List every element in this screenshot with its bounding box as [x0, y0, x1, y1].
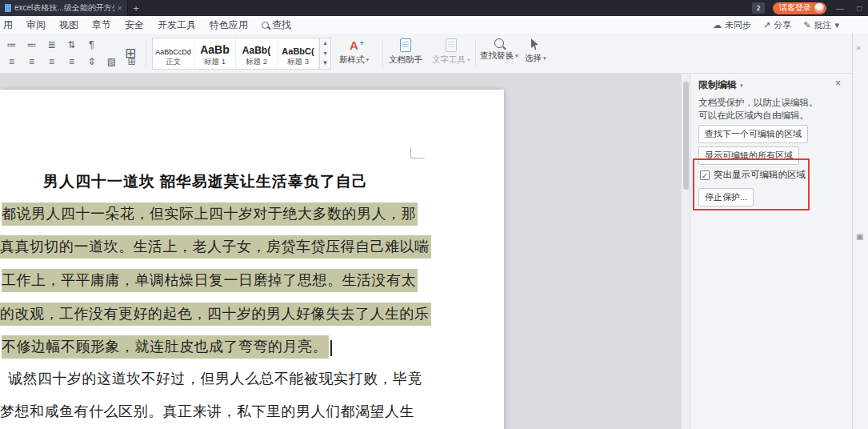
document-icon — [5, 4, 11, 12]
menubar-right: ☁ 未同步 ↗ 分享 ✎ 批注 ▾ — [713, 16, 839, 34]
share-icon: ↗ — [763, 20, 770, 30]
tab-close-icon[interactable]: × — [118, 3, 122, 13]
panel-description-line2: 可以在此区域内自由编辑。 — [698, 110, 809, 122]
align-center-icon[interactable]: ≡ — [25, 55, 38, 68]
document-line[interactable]: 不修边幅不顾形象，就连肚皮也成了弯弯的月亮。 — [2, 335, 332, 359]
new-style-label: 新样式 — [339, 54, 365, 66]
menu-tab-view[interactable]: 视图 — [59, 18, 78, 32]
restrict-editing-panel: 限制编辑 ▾ × 文档受保护，以防止误编辑。 可以在此区域内自由编辑。 查找下一… — [690, 74, 852, 429]
show-all-editable-regions-button[interactable]: 显示可编辑的所有区域 — [698, 146, 799, 165]
cloud-icon: ☁ — [713, 20, 722, 30]
style-preview: AaBbC( — [282, 40, 314, 56]
sort-icon[interactable]: ⇅ — [65, 38, 78, 51]
ribbon: ≔ ≕ ≣ ⇅ ¶ ≡ ≡ ≡ ≡ ⇕ ▨ ⊞ ⊞ AaBbCcDd 正文 Aa… — [0, 34, 868, 74]
find-replace-icon — [494, 38, 504, 48]
message-badge[interactable]: 2 — [752, 2, 765, 14]
collapse-panel-icon[interactable]: » — [856, 43, 861, 52]
style-gallery-controls: ▴ ▾ ▼ — [320, 38, 331, 70]
maximize-button[interactable]: □ — [854, 4, 865, 13]
document-line[interactable]: 的改观，工作没有更好的起色，四十岁的男人好像失去了人生的乐 — [0, 303, 431, 326]
gallery-down-icon[interactable]: ▾ — [320, 49, 330, 59]
line-spacing-icon[interactable]: ⇕ — [85, 55, 98, 68]
chevron-down-icon: ▾ — [740, 82, 743, 89]
menu-tab-special[interactable]: 特色应用 — [210, 18, 248, 32]
text-tool-label: 文字工具 — [432, 54, 466, 66]
menu-tab-yong[interactable]: 用 — [3, 18, 13, 32]
doc-assistant-label: 文档助手 — [389, 54, 422, 66]
menu-tab-security[interactable]: 安全 — [125, 18, 144, 32]
checkbox-label: 突出显示可编辑的区域 — [714, 169, 806, 181]
gallery-up-icon[interactable]: ▴ — [320, 38, 330, 49]
document-line[interactable]: 诚然四十岁的这道坎不好过，但男人么总不能被现实打败，毕竟 — [8, 369, 422, 388]
doc-assistant-icon — [400, 38, 411, 52]
panel-close-icon[interactable]: × — [835, 78, 841, 89]
bullet-list-icon[interactable]: ≔ — [5, 38, 18, 51]
share-button[interactable]: ↗ 分享 — [763, 19, 791, 31]
align-left-icon[interactable]: ≡ — [5, 55, 18, 68]
document-title[interactable]: 男人四十一道坎 韶华易逝莫让生活辜负了自己 — [43, 171, 368, 192]
paragraph-layout-icon[interactable]: ⊞ — [125, 45, 136, 62]
style-preview: AaBb — [200, 40, 230, 56]
menu-tab-section[interactable]: 章节 — [92, 18, 111, 32]
comment-label: 批注 — [814, 19, 831, 31]
paragraph-mark-icon[interactable]: ¶ — [85, 38, 98, 51]
new-style-icon: A+ — [350, 38, 358, 52]
right-sidebar-rail: » ▣ — [852, 34, 868, 429]
find-next-editable-region-button[interactable]: 查找下一个可编辑的区域 — [698, 125, 808, 143]
panel-title: 限制编辑 ▾ — [698, 78, 743, 92]
menu-tab-devtools[interactable]: 开发工具 — [158, 18, 196, 32]
shading-icon[interactable]: ▨ — [105, 55, 118, 68]
style-normal[interactable]: AaBbCcDd 正文 — [153, 38, 194, 69]
style-heading2[interactable]: AaBb( 标题 2 — [236, 38, 278, 69]
select-label: 选择 — [525, 53, 542, 64]
document-line[interactable]: 工作上，平平庸庸，单调枯燥日复一日磨掉了思想。生活没有太 — [2, 269, 418, 292]
align-right-icon[interactable]: ≡ — [45, 55, 58, 68]
find-replace-label: 查找替换 — [480, 50, 514, 62]
text-cursor — [330, 340, 332, 356]
highlight-editable-regions-checkbox[interactable]: ✓ 突出显示可编辑的区域 — [700, 169, 806, 181]
comment-button[interactable]: ✎ 批注 ▾ — [803, 19, 839, 31]
new-style-button[interactable]: A+ 新样式▾ — [339, 38, 369, 66]
numbered-list-icon[interactable]: ≕ — [25, 38, 38, 51]
search-label: 查找 — [272, 18, 291, 32]
margin-corner-mark — [410, 147, 425, 158]
style-name: 标题 3 — [287, 57, 309, 67]
new-tab-button[interactable]: + — [128, 2, 144, 14]
select-button[interactable]: 选择▾ — [525, 38, 546, 64]
chevron-down-icon: ▾ — [366, 57, 370, 63]
find-replace-button[interactable]: 查找替换▾ — [480, 38, 518, 62]
document-tab[interactable]: excel表格技...级全能的开方公式 × — [0, 0, 128, 16]
sidebar-widget-icon[interactable]: ▣ — [856, 232, 863, 241]
style-gallery: AaBbCcDd 正文 AaBb 标题 1 AaBb( 标题 2 AaBbC( … — [152, 38, 320, 70]
titlebar: excel表格技...级全能的开方公式 × + 2 话客登录 — □ — [0, 0, 868, 16]
avatar — [814, 3, 824, 13]
style-name: 正文 — [166, 57, 181, 67]
doc-assistant-button[interactable]: 文档助手 — [389, 38, 422, 66]
justify-icon[interactable]: ≡ — [65, 55, 78, 68]
sync-status[interactable]: ☁ 未同步 — [713, 19, 751, 31]
document-tab-title: excel表格技...级全能的开方公式 — [14, 2, 114, 14]
minimize-button[interactable]: — — [834, 4, 846, 13]
panel-description-line1: 文档受保护，以防止误编辑。 — [698, 97, 818, 109]
menubar: 用 审阅 视图 章节 安全 开发工具 特色应用 查找 ☁ 未同步 ↗ 分享 ✎ … — [0, 16, 868, 34]
titlebar-right: 2 话客登录 — □ — [752, 2, 868, 14]
gallery-more-icon[interactable]: ▼ — [320, 58, 330, 69]
sync-label: 未同步 — [725, 19, 751, 31]
scrollbar-thumb[interactable] — [683, 82, 689, 190]
document-page[interactable]: 男人四十一道坎 韶华易逝莫让生活辜负了自己 都说男人四十一朵花，但实际上四十岁对… — [0, 90, 504, 429]
style-heading1[interactable]: AaBb 标题 1 — [194, 38, 236, 69]
menu-tab-review[interactable]: 审阅 — [26, 18, 46, 32]
checkbox-checked[interactable]: ✓ — [700, 170, 710, 180]
login-label: 话客登录 — [779, 2, 811, 14]
multilevel-list-icon[interactable]: ≣ — [45, 38, 58, 51]
document-line[interactable]: 真真切切的一道坎。生活上，老人子女，房贷车贷压得自己难以喘 — [0, 235, 431, 259]
vertical-scrollbar[interactable] — [681, 74, 690, 429]
share-label: 分享 — [774, 19, 791, 31]
style-heading3[interactable]: AaBbC( 标题 3 — [278, 38, 319, 69]
document-line[interactable]: 都说男人四十一朵花，但实际上四十岁对于绝大多数的男人，那 — [2, 202, 418, 226]
document-line[interactable]: 梦想和咸鱼有什么区别。真正来讲，私下里的男人们都渴望人生 — [0, 402, 414, 421]
stop-protection-button[interactable]: 停止保护... — [698, 188, 754, 206]
login-button[interactable]: 话客登录 — [773, 2, 826, 14]
menu-search[interactable]: 查找 — [262, 18, 291, 32]
chevron-down-icon: ▾ — [467, 57, 470, 63]
